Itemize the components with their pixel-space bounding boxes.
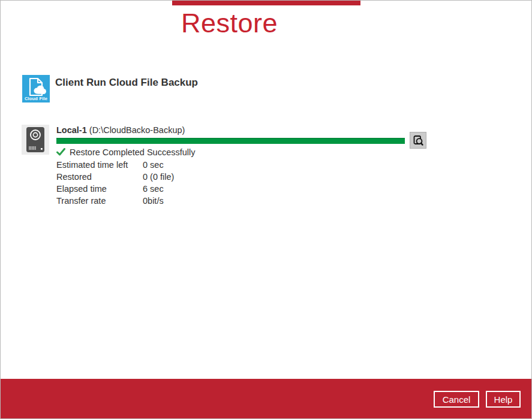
preview-log-icon (413, 135, 424, 146)
view-log-button[interactable] (410, 132, 426, 149)
footer-bar: Cancel Help (1, 379, 531, 418)
help-button[interactable]: Help (486, 391, 521, 408)
progress-bar (56, 138, 405, 144)
check-icon (56, 148, 65, 156)
cloud-file-icon-label: Cloud File (22, 96, 50, 101)
stat-value: 0bit/s (143, 196, 164, 206)
stat-value: 6 sec (143, 184, 164, 194)
progress-bar-fill (56, 138, 405, 144)
stat-label: Transfer rate (56, 196, 143, 206)
local-drive-icon-glyph (25, 126, 46, 153)
stat-label: Elapsed time (56, 184, 143, 194)
destination-title: Local-1 (D:\CloudBacko-Backup) (56, 125, 405, 137)
destination-panel: Local-1 (D:\CloudBacko-Backup) Restore C… (56, 125, 405, 207)
page-title: Restore (181, 8, 278, 39)
stat-value: 0 (0 file) (143, 172, 174, 182)
cancel-button[interactable]: Cancel (434, 391, 479, 408)
local-drive-icon (22, 125, 49, 155)
status-line: Restore Completed Successfully (56, 146, 405, 158)
cloud-file-icon: Cloud File (22, 75, 50, 103)
stat-row-restored: Restored 0 (0 file) (56, 171, 405, 183)
titlebar-accent (172, 1, 360, 5)
stat-label: Estimated time left (56, 160, 143, 170)
stat-value: 0 sec (143, 160, 164, 170)
stats-list: Estimated time left 0 sec Restored 0 (0 … (56, 159, 405, 207)
stat-row-transfer-rate: Transfer rate 0bit/s (56, 195, 405, 207)
job-title: Client Run Cloud File Backup (55, 77, 198, 89)
restore-window: Restore Cloud File Client Run Cloud File… (0, 0, 532, 419)
stat-row-estimated-time-left: Estimated time left 0 sec (56, 159, 405, 171)
stat-row-elapsed-time: Elapsed time 6 sec (56, 183, 405, 195)
job-header: Cloud File Client Run Cloud File Backup (22, 75, 198, 103)
stat-label: Restored (56, 172, 143, 182)
destination-path: (D:\CloudBacko-Backup) (89, 125, 185, 135)
destination-name: Local-1 (56, 125, 87, 135)
status-text: Restore Completed Successfully (70, 147, 196, 157)
